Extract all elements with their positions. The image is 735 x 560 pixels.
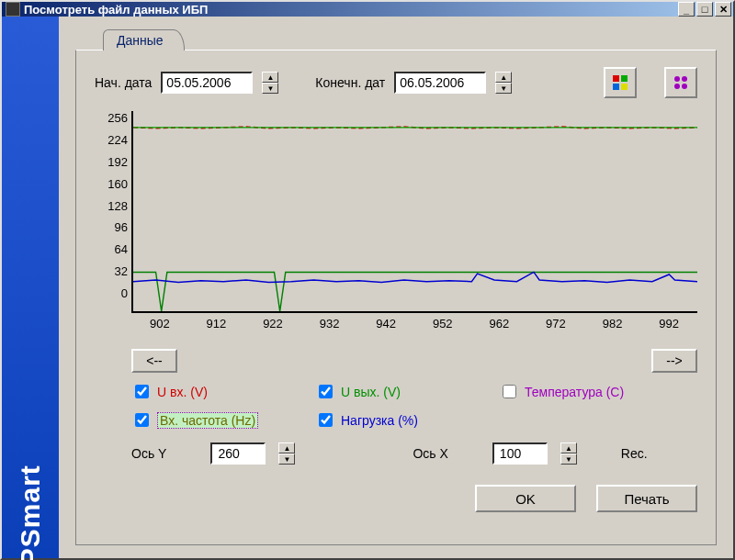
- check-temp[interactable]: Температура (C): [499, 382, 683, 401]
- chevron-down-icon[interactable]: ▼: [262, 83, 278, 94]
- tab-data[interactable]: Данные: [103, 29, 185, 50]
- palette-button[interactable]: [604, 67, 637, 98]
- dots-icon: [673, 74, 689, 91]
- chevron-up-icon[interactable]: ▲: [495, 72, 512, 83]
- window-title: Посмотреть файл данных ИБП: [24, 3, 208, 17]
- check-load-box[interactable]: [319, 413, 333, 427]
- brand-label: UPSmart: [15, 465, 46, 560]
- svg-point-7: [682, 84, 687, 89]
- check-uin[interactable]: U вх. (V): [131, 382, 315, 401]
- tab-panel: Нач. дата ▲ ▼ Конечн. дат ▲ ▼: [75, 50, 717, 545]
- svg-point-4: [674, 76, 680, 82]
- end-date-input[interactable]: [394, 72, 486, 94]
- chevron-up-icon[interactable]: ▲: [560, 442, 577, 454]
- chart: 2562241921601289664320: [95, 111, 697, 313]
- axis-y-spinner[interactable]: ▲ ▼: [278, 442, 295, 465]
- svg-point-6: [674, 84, 680, 89]
- chevron-down-icon[interactable]: ▼: [495, 83, 512, 94]
- minimize-button[interactable]: _: [678, 2, 695, 17]
- axis-x-spinner[interactable]: ▲ ▼: [560, 442, 577, 465]
- prev-button[interactable]: <--: [131, 349, 177, 373]
- svg-rect-1: [621, 75, 628, 82]
- check-load-label: Нагрузка (%): [341, 413, 418, 428]
- sidebar: UPSmart: [2, 17, 59, 558]
- check-uin-box[interactable]: [135, 385, 149, 398]
- check-freq-box[interactable]: [135, 413, 149, 427]
- chevron-up-icon[interactable]: ▲: [262, 72, 278, 83]
- check-freq-label: Вх. частота (Hz): [157, 412, 258, 429]
- axis-y-input[interactable]: [210, 442, 266, 465]
- axis-y-label: Ось Y: [131, 446, 166, 461]
- dots-button[interactable]: [664, 67, 697, 98]
- series-toggles: U вх. (V) U вых. (V) Температура (C) Вх.…: [131, 382, 697, 430]
- plot-area[interactable]: [131, 111, 697, 313]
- client-area: UPSmart Данные Нач. дата ▲ ▼ Конечн. дат: [2, 17, 733, 558]
- start-date-spinner[interactable]: ▲ ▼: [262, 72, 278, 94]
- start-date-input[interactable]: [161, 72, 253, 94]
- rec-label: Rec.: [621, 446, 648, 461]
- check-load[interactable]: Нагрузка (%): [315, 410, 499, 430]
- start-date-label: Нач. дата: [95, 75, 152, 90]
- close-button[interactable]: ✕: [715, 2, 731, 17]
- svg-rect-2: [613, 84, 619, 90]
- x-axis: 902912922932942952962972982992: [131, 313, 697, 330]
- check-freq[interactable]: Вх. частота (Hz): [131, 410, 315, 430]
- maximize-button[interactable]: □: [696, 2, 713, 17]
- palette-icon: [612, 74, 628, 91]
- content: Данные Нач. дата ▲ ▼ Конечн. дат ▲ ▼: [59, 17, 733, 558]
- axis-x-input[interactable]: [492, 442, 548, 465]
- chevron-down-icon[interactable]: ▼: [560, 454, 577, 465]
- check-uin-label: U вх. (V): [157, 385, 208, 399]
- check-temp-box[interactable]: [503, 385, 516, 398]
- chevron-up-icon[interactable]: ▲: [278, 442, 295, 454]
- check-temp-label: Температура (C): [525, 385, 624, 399]
- app-icon: [6, 2, 20, 17]
- check-uout-label: U вых. (V): [341, 385, 401, 399]
- svg-point-5: [682, 76, 687, 82]
- ok-button[interactable]: OK: [475, 485, 576, 512]
- svg-rect-3: [621, 84, 628, 90]
- end-date-spinner[interactable]: ▲ ▼: [495, 72, 512, 94]
- axis-x-label: Ось X: [413, 446, 447, 461]
- titlebar[interactable]: Посмотреть файл данных ИБП _ □ ✕: [2, 2, 733, 17]
- next-button[interactable]: -->: [651, 349, 697, 373]
- y-axis: 2562241921601289664320: [95, 111, 131, 313]
- check-uout[interactable]: U вых. (V): [315, 382, 499, 401]
- svg-rect-0: [613, 75, 619, 82]
- print-button[interactable]: Печать: [596, 485, 697, 512]
- chevron-down-icon[interactable]: ▼: [278, 454, 295, 465]
- end-date-label: Конечн. дат: [315, 75, 385, 90]
- app-window: Посмотреть файл данных ИБП _ □ ✕ UPSmart…: [0, 0, 735, 560]
- check-uout-box[interactable]: [319, 385, 333, 398]
